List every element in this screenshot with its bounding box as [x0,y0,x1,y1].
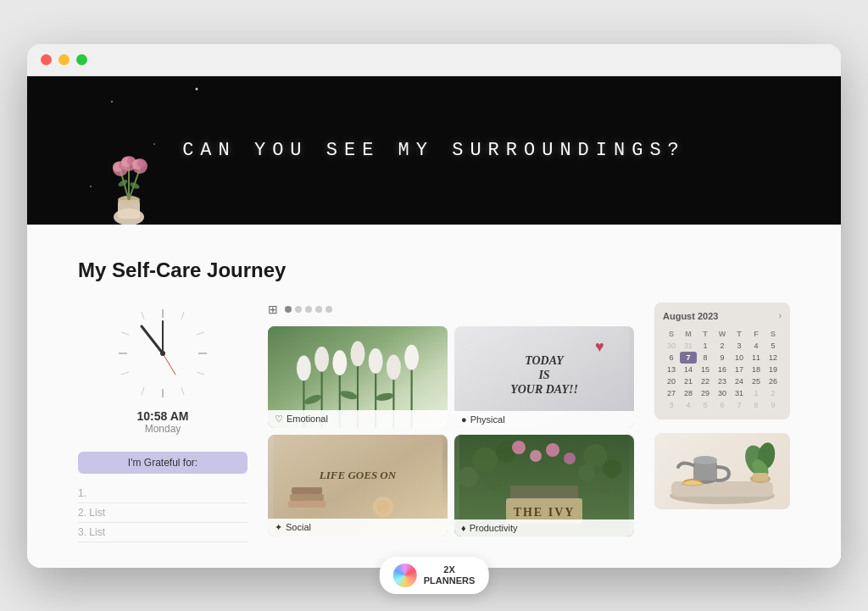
cal-day[interactable]: 3 [731,340,748,352]
cal-day[interactable]: 30 [714,387,731,399]
cal-day[interactable]: 17 [731,364,748,375]
svg-point-85 [603,459,621,478]
cal-day[interactable]: 2 [714,340,731,352]
svg-text:THE IVY: THE IVY [514,506,576,519]
cal-day[interactable]: 21 [680,375,697,387]
toolbar-dots [285,306,332,313]
cal-day[interactable]: 2 [765,387,782,399]
cal-day[interactable]: 28 [680,387,697,399]
svg-line-38 [197,372,204,375]
cal-day[interactable]: 4 [748,340,765,352]
cal-day[interactable]: 26 [765,375,782,387]
clock-area: 10:58 AM Monday [78,303,248,435]
cal-day[interactable]: 9 [714,352,731,364]
cal-day[interactable]: 4 [680,399,697,411]
cal-day[interactable]: 7 [731,399,748,411]
cal-day[interactable]: 13 [663,364,680,375]
svg-point-59 [351,341,365,366]
gallery-card-social[interactable]: LIFE GOES ON ✦ Social [268,435,448,536]
cal-day[interactable]: 15 [697,364,714,375]
grid-view-icon[interactable]: ⊞ [268,303,278,316]
svg-point-58 [332,350,347,375]
calendar-week-1: 30 31 1 2 3 4 5 [663,340,782,352]
cal-head-t: T [697,328,714,340]
svg-point-1 [196,87,198,90]
cal-day[interactable]: 19 [765,364,782,375]
svg-text:♥: ♥ [595,338,604,355]
svg-point-82 [458,467,478,487]
cal-day[interactable]: 29 [697,387,714,399]
emotional-icon: ♡ [275,414,283,425]
svg-point-80 [472,447,498,473]
page-title: My Self-Care Journey [78,258,790,282]
toolbar-dot-2[interactable] [295,306,302,313]
toolbar-dot-1[interactable] [285,306,292,313]
close-button[interactable] [41,54,52,65]
cal-head-w: W [714,328,731,340]
cal-day-today[interactable]: 7 [680,352,697,364]
main-grid: 10:58 AM Monday I'm Grateful for: 1. 2. … [78,303,790,542]
grateful-label: I'm Grateful for: [78,452,248,474]
card-label-productivity: ♦ Productivity [454,519,634,536]
svg-point-90 [546,443,559,457]
toolbar-dot-5[interactable] [326,306,332,313]
cal-day[interactable]: 16 [714,364,731,375]
minimize-button[interactable] [58,54,70,65]
calendar-nav-next[interactable]: › [779,311,782,320]
cal-day[interactable]: 18 [748,364,765,375]
svg-point-12 [90,186,92,187]
toolbar-dot-4[interactable] [315,306,322,313]
cal-day[interactable]: 11 [748,352,765,364]
cal-day[interactable]: 25 [748,375,765,387]
cal-day[interactable]: 22 [697,375,714,387]
cal-head-s: S [663,328,680,340]
cal-day[interactable]: 20 [663,375,680,387]
svg-point-60 [369,348,383,374]
gallery-card-physical[interactable]: ♥ TODAY IS YOUR DAY!! ● Physical [454,326,634,428]
toolbar-dot-3[interactable] [305,306,312,313]
cal-day[interactable]: 8 [748,399,765,411]
social-icon: ✦ [275,522,282,533]
watermark: 2X PLANNERS [380,557,489,594]
grateful-item-1: 1. [78,484,248,503]
cal-day[interactable]: 24 [731,375,748,387]
svg-point-84 [583,444,607,468]
gallery-card-emotional[interactable]: ♡ Emotional [268,326,448,428]
cal-day[interactable]: 6 [714,399,731,411]
cal-day[interactable]: 12 [765,352,782,364]
cal-day[interactable]: 31 [731,387,748,399]
svg-point-89 [530,450,542,462]
watermark-text: 2X PLANNERS [424,564,476,586]
svg-point-57 [314,346,329,371]
clock-day: Monday [145,423,181,435]
cal-day[interactable]: 23 [714,375,731,387]
cal-day[interactable]: 31 [680,340,697,352]
svg-rect-73 [290,494,324,501]
browser-titlebar [27,44,841,76]
svg-point-29 [137,159,146,168]
hero-banner: CAN YOU SEE MY SURROUNDINGS? [27,76,841,225]
cal-day[interactable]: 6 [663,352,680,364]
cal-day[interactable]: 9 [765,399,782,411]
cal-day[interactable]: 30 [663,340,680,352]
svg-line-43 [142,312,144,319]
cal-day[interactable]: 5 [765,340,782,352]
gallery-card-productivity[interactable]: THE IVY ♦ Productivity [454,435,634,536]
cal-day[interactable]: 1 [697,340,714,352]
cal-head-m: M [680,328,697,340]
grateful-item-2: 2. List [78,503,248,523]
cal-day[interactable]: 5 [697,399,714,411]
maximize-button[interactable] [76,54,87,65]
cal-day[interactable]: 10 [731,352,748,364]
card-label-social: ✦ Social [268,519,448,536]
svg-point-0 [111,101,113,103]
cal-day[interactable]: 3 [663,399,680,411]
cal-day[interactable]: 8 [697,352,714,364]
grateful-item-3: 3. List [78,523,248,542]
svg-point-83 [485,473,502,490]
cal-day[interactable]: 14 [680,364,697,375]
cal-day[interactable]: 27 [663,387,680,399]
cal-day[interactable]: 1 [748,387,765,399]
svg-line-39 [181,387,184,395]
svg-rect-101 [753,473,768,481]
